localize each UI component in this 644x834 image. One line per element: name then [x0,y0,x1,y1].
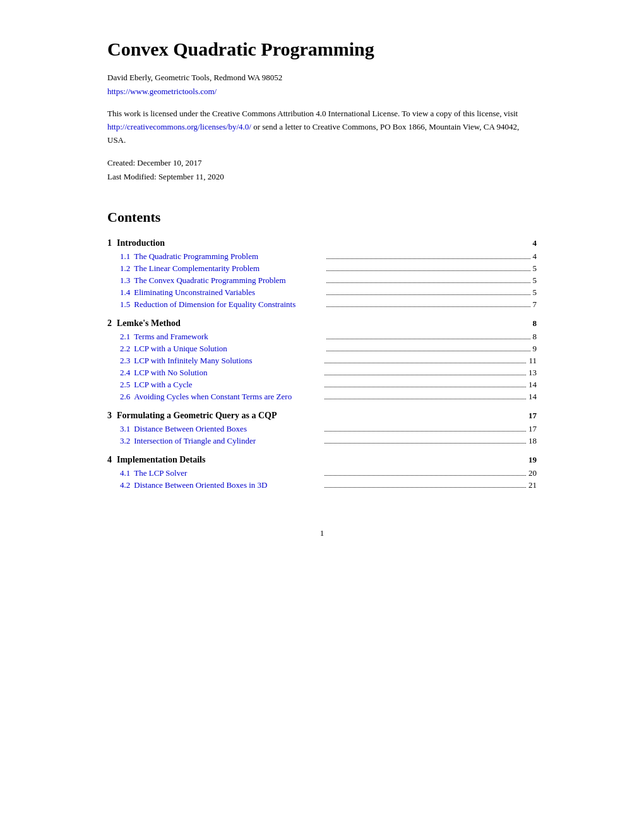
toc-sub-page-2-3: 11 [528,356,537,366]
toc-sub-name-2-1[interactable]: Terms and Framework [134,332,208,342]
toc-sub-name-3-1[interactable]: Distance Between Oriented Boxes [134,424,247,434]
toc-section-name-1: Introduction [117,238,165,248]
toc-sub-number-2-4: 2.4 [120,368,130,378]
toc-sub-page-1-2: 5 [533,263,537,274]
toc-sub-name-3-2[interactable]: Intersection of Triangle and Cylinder [134,436,256,446]
toc-entry-1-3: 1.3The Convex Quadratic Programming Prob… [107,275,537,286]
toc-sub-page-3-2: 18 [528,436,537,446]
toc-sub-page-2-2: 9 [533,344,537,354]
toc-dots [325,475,527,476]
author-url[interactable]: https://www.geometrictools.com/ [107,85,537,99]
toc-sub-number-2-5: 2.5 [120,380,130,390]
toc-sub-page-2-6: 14 [528,392,537,402]
toc-sub-name-1-5[interactable]: Reduction of Dimension for Equality Cons… [134,299,295,310]
toc-sub-number-2-1: 2.1 [120,332,130,342]
toc-sub-name-4-1[interactable]: The LCP Solver [134,468,187,478]
toc-sub-number-4-2: 4.2 [120,480,130,490]
dates-block: Created: December 10, 2017 Last Modified… [107,156,537,184]
toc-dots [326,306,530,307]
toc-sub-name-2-6[interactable]: Avoiding Cycles when Constant Terms are … [134,392,292,402]
toc-dots [326,294,530,295]
toc-section-header-1: 1Introduction4 [107,238,537,248]
toc-dots [325,443,527,444]
toc-sub-number-1-2: 1.2 [120,263,130,274]
document-title: Convex Quadratic Programming [107,38,537,61]
toc-section-4: 4Implementation Details194.1The LCP Solv… [107,455,537,490]
page-footer: 1 [107,528,537,538]
toc-section-name-3: Formulating a Geometric Query as a CQP [117,411,277,421]
date-modified: Last Modified: September 11, 2020 [107,170,537,184]
toc-sub-page-1-1: 4 [533,251,537,262]
toc-sub-name-2-2[interactable]: LCP with a Unique Solution [134,344,227,354]
toc-sub-name-1-1[interactable]: The Quadratic Programming Problem [134,251,258,262]
toc-dots [325,363,527,363]
toc-dots [325,487,527,488]
toc-section-header-2: 2Lemke's Method8 [107,318,537,329]
toc-sub-number-1-4: 1.4 [120,287,130,298]
toc-sub-page-2-4: 13 [528,368,537,378]
toc-dots [326,258,530,259]
toc-entry-1-2: 1.2The Linear Complementarity Problem5 [107,263,537,274]
toc-dots [326,282,530,283]
toc-sub-name-2-5[interactable]: LCP with a Cycle [134,380,192,390]
toc-sub-number-2-2: 2.2 [120,344,130,354]
toc-sub-number-1-1: 1.1 [120,251,130,262]
toc-entry-2-6: 2.6Avoiding Cycles when Constant Terms a… [107,392,537,402]
toc-dots [325,375,527,375]
license-text-before: This work is licensed under the Creative… [107,109,518,118]
toc-section-page-3: 17 [528,411,537,421]
toc-sub-number-2-3: 2.3 [120,356,130,366]
toc-dots [325,387,527,387]
toc-entry-3-1: 3.1Distance Between Oriented Boxes17 [107,424,537,434]
toc-entry-1-4: 1.4Eliminating Unconstrained Variables5 [107,287,537,298]
toc-sub-page-2-1: 8 [533,332,537,342]
toc-sub-name-1-3[interactable]: The Convex Quadratic Programming Problem [134,275,285,286]
toc-entry-2-1: 2.1Terms and Framework8 [107,332,537,342]
toc-sub-name-2-3[interactable]: LCP with Infinitely Many Solutions [134,356,252,366]
license-block: This work is licensed under the Creative… [107,107,537,147]
toc-entry-1-5: 1.5Reduction of Dimension for Equality C… [107,299,537,310]
author-name: David Eberly, Geometric Tools, Redmond W… [107,71,537,85]
toc-sub-page-2-5: 14 [528,380,537,390]
toc-sub-page-4-2: 21 [528,480,537,490]
toc-section-name-4: Implementation Details [117,455,205,465]
toc-sub-page-1-5: 7 [533,299,537,310]
toc-section-number-4: 4 [107,455,112,465]
toc-section-page-4: 19 [528,455,537,465]
toc-section-1: 1Introduction41.1The Quadratic Programmi… [107,238,537,310]
toc-sub-name-4-2[interactable]: Distance Between Oriented Boxes in 3D [134,480,267,490]
toc-section-page-1: 4 [533,238,537,248]
toc-section-header-4: 4Implementation Details19 [107,455,537,465]
toc-entry-4-2: 4.2Distance Between Oriented Boxes in 3D… [107,480,537,490]
toc-entry-1-1: 1.1The Quadratic Programming Problem4 [107,251,537,262]
toc-sub-number-4-1: 4.1 [120,468,130,478]
toc-section-number-3: 3 [107,411,112,421]
table-of-contents: 1Introduction41.1The Quadratic Programmi… [107,238,537,490]
toc-section-number-1: 1 [107,238,112,248]
toc-entry-2-4: 2.4LCP with No Solution13 [107,368,537,378]
toc-dots [325,431,527,432]
toc-entry-3-2: 3.2Intersection of Triangle and Cylinder… [107,436,537,446]
contents-heading: Contents [107,209,537,226]
author-block: David Eberly, Geometric Tools, Redmond W… [107,71,537,99]
toc-entry-2-2: 2.2LCP with a Unique Solution9 [107,344,537,354]
toc-section-3: 3Formulating a Geometric Query as a CQP1… [107,411,537,446]
toc-section-name-2: Lemke's Method [117,318,181,329]
toc-dots [326,270,530,271]
toc-sub-name-1-2[interactable]: The Linear Complementarity Problem [134,263,259,274]
author-link[interactable]: https://www.geometrictools.com/ [107,87,217,96]
toc-dots [326,339,530,339]
toc-sub-number-1-5: 1.5 [120,299,130,310]
toc-sub-page-1-4: 5 [533,287,537,298]
page: Convex Quadratic Programming David Eberl… [107,38,537,796]
toc-entry-2-5: 2.5LCP with a Cycle14 [107,380,537,390]
date-created: Created: December 10, 2017 [107,156,537,170]
toc-dots [325,399,527,399]
license-link[interactable]: http://creativecommons.org/licenses/by/4… [107,122,251,131]
toc-entry-4-1: 4.1The LCP Solver20 [107,468,537,478]
toc-sub-name-1-4[interactable]: Eliminating Unconstrained Variables [134,287,255,298]
toc-sub-number-2-6: 2.6 [120,392,130,402]
toc-section-number-2: 2 [107,318,112,329]
toc-sub-name-2-4[interactable]: LCP with No Solution [134,368,207,378]
toc-section-page-2: 8 [533,318,537,329]
